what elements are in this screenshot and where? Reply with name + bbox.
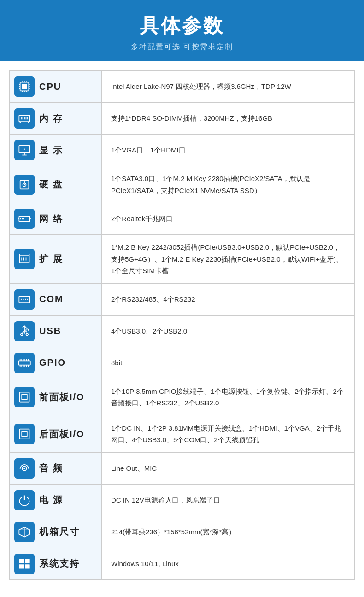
page-title: 具体参数 bbox=[9, 13, 355, 39]
row-value: 1个10P 3.5mm GPIO接线端子、1个电源按钮、1个复位键、2个指示灯、… bbox=[102, 379, 355, 416]
svg-rect-78 bbox=[25, 564, 29, 568]
table-row: 机箱尺寸 214(带耳朵236）*156*52mm(宽*深*高） bbox=[10, 516, 355, 548]
row-label: COM bbox=[39, 294, 64, 304]
svg-rect-52 bbox=[18, 361, 30, 365]
cpu-icon bbox=[14, 76, 35, 97]
svg-point-45 bbox=[25, 298, 26, 299]
row-label: CPU bbox=[39, 82, 61, 92]
row-value: Windows 10/11, Linux bbox=[102, 548, 355, 579]
table-row: 硬 盘 1个SATA3.0口、1个M.2 M Key 2280插槽(PCIeX2… bbox=[10, 166, 355, 203]
row-value: 4个USB3.0、2个USB2.0 bbox=[102, 315, 355, 347]
svg-rect-75 bbox=[19, 559, 24, 563]
row-value: 1个SATA3.0口、1个M.2 M Key 2280插槽(PCIeX2/SAT… bbox=[102, 166, 355, 203]
row-value: 1个VGA口，1个HDMI口 bbox=[102, 135, 355, 166]
display-icon bbox=[14, 140, 35, 160]
row-label: 扩 展 bbox=[39, 253, 63, 265]
row-label: 机箱尺寸 bbox=[39, 526, 80, 538]
com-icon bbox=[14, 289, 35, 310]
svg-point-44 bbox=[23, 298, 24, 299]
panel-icon bbox=[14, 424, 35, 444]
svg-rect-36 bbox=[20, 255, 29, 263]
svg-point-47 bbox=[21, 333, 23, 335]
row-label: USB bbox=[39, 326, 61, 336]
svg-point-70 bbox=[23, 468, 25, 469]
svg-rect-65 bbox=[20, 392, 29, 402]
table-row: CPU Intel Alder Lake-N97 四核处理器，睿频3.6GHz，… bbox=[10, 71, 355, 103]
row-label: 后面板I/O bbox=[39, 428, 85, 440]
table-row: GPIO 8bit bbox=[10, 347, 355, 379]
svg-point-28 bbox=[24, 184, 25, 185]
row-value: 8bit bbox=[102, 347, 355, 379]
row-value: Intel Alder Lake-N97 四核处理器，睿频3.6GHz，TDP … bbox=[102, 71, 355, 103]
storage-icon bbox=[14, 175, 35, 195]
row-label: GPIO bbox=[39, 357, 66, 368]
svg-rect-67 bbox=[20, 429, 29, 439]
table-row: 内 存 支持1*DDR4 SO-DIMM插槽，3200MHZ，支持16GB bbox=[10, 103, 355, 135]
panel-icon bbox=[14, 387, 35, 407]
table-row: 网 络 2个Realtek千兆网口 bbox=[10, 203, 355, 235]
row-value: 2个Realtek千兆网口 bbox=[102, 203, 355, 235]
os-icon bbox=[14, 554, 35, 574]
table-row: 前面板I/O 1个10P 3.5mm GPIO接线端子、1个电源按钮、1个复位键… bbox=[10, 379, 355, 416]
table-row: 音 频 Line Out、MIC bbox=[10, 452, 355, 484]
row-label: 内 存 bbox=[39, 112, 63, 125]
row-label: 网 络 bbox=[39, 213, 63, 225]
row-value: Line Out、MIC bbox=[102, 452, 355, 484]
network-icon bbox=[14, 209, 35, 229]
row-label: 前面板I/O bbox=[39, 391, 85, 404]
table-row: COM 2个RS232/485、4个RS232 bbox=[10, 283, 355, 315]
table-row: 后面板I/O 1个DC IN、1个2P 3.81MM电源开关接线盒、1个HDMI… bbox=[10, 416, 355, 452]
audio-icon bbox=[14, 458, 35, 479]
svg-rect-76 bbox=[25, 559, 29, 563]
row-label: 电 源 bbox=[39, 494, 63, 506]
page-subtitle: 多种配置可选 可按需求定制 bbox=[9, 42, 355, 52]
table-row: 系统支持 Windows 10/11, Linux bbox=[10, 548, 355, 579]
row-value: 1*M.2 B Key 2242/3052插槽(PCIe/USB3.0+USB2… bbox=[102, 235, 355, 284]
table-row: 扩 展 1*M.2 B Key 2242/3052插槽(PCIe/USB3.0+… bbox=[10, 235, 355, 284]
table-row: USB 4个USB3.0、2个USB2.0 bbox=[10, 315, 355, 347]
memory-icon bbox=[14, 108, 35, 129]
row-value: 支持1*DDR4 SO-DIMM插槽，3200MHZ，支持16GB bbox=[102, 103, 355, 135]
svg-point-23 bbox=[24, 149, 25, 150]
row-value: DC IN 12V电源输入口，凤凰端子口 bbox=[102, 484, 355, 516]
expansion-icon bbox=[14, 249, 35, 269]
row-label: 硬 盘 bbox=[39, 178, 63, 191]
usb-icon bbox=[14, 321, 35, 341]
svg-point-48 bbox=[26, 333, 29, 335]
chassis-icon bbox=[14, 522, 35, 542]
svg-rect-68 bbox=[22, 431, 27, 437]
svg-rect-66 bbox=[22, 394, 27, 400]
svg-point-43 bbox=[21, 298, 22, 299]
table-row: 显 示 1个VGA口，1个HDMI口 bbox=[10, 135, 355, 166]
gpio-icon bbox=[14, 353, 35, 373]
row-label: 系统支持 bbox=[39, 557, 80, 570]
page-header: 具体参数 多种配置可选 可按需求定制 bbox=[0, 0, 364, 61]
svg-rect-77 bbox=[19, 564, 24, 568]
table-row: 电 源 DC IN 12V电源输入口，凤凰端子口 bbox=[10, 484, 355, 516]
specs-table: CPU Intel Alder Lake-N97 四核处理器，睿频3.6GHz，… bbox=[9, 70, 355, 580]
row-value: 1个DC IN、1个2P 3.81MM电源开关接线盒、1个HDMI、1个VGA、… bbox=[102, 416, 355, 452]
row-value: 214(带耳朵236）*156*52mm(宽*深*高） bbox=[102, 516, 355, 548]
row-label: 音 频 bbox=[39, 462, 63, 474]
power-icon bbox=[14, 490, 35, 510]
svg-point-46 bbox=[27, 298, 28, 299]
row-value: 2个RS232/485、4个RS232 bbox=[102, 283, 355, 315]
row-label: 显 示 bbox=[39, 144, 63, 157]
svg-rect-1 bbox=[22, 84, 27, 89]
